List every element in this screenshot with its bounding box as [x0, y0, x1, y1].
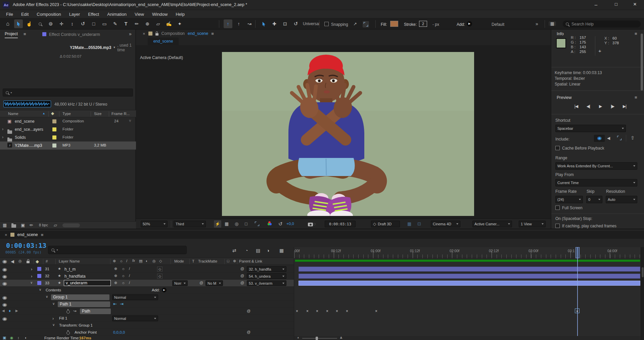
composition-subtab[interactable]: end_scene [148, 38, 179, 45]
fill-swatch[interactable] [390, 21, 398, 27]
layer-name-edit-box[interactable]: v_underarm [64, 280, 111, 286]
project-row-end-scene[interactable]: ▣ end_scene Composition 24 ⑂ [0, 117, 136, 125]
mask-visibility-icon[interactable]: ◎ [235, 222, 238, 226]
layer-row-32[interactable]: ◉ › 32 ★ h_handflata ⊕ ☼ / ◇ @ 54. h_und… [0, 273, 294, 280]
keyframe-marker[interactable]: × [346, 309, 348, 313]
panel-overflow-icon[interactable]: » [129, 32, 132, 36]
orbit-camera-tool[interactable]: ⊚ [46, 19, 55, 28]
timeline-zoom-slider[interactable] [302, 338, 337, 339]
number-column-label[interactable]: # [46, 259, 48, 263]
footer-expand-icon[interactable]: ▣ [3, 336, 6, 340]
info-panel-menu-icon[interactable]: ≡ [635, 32, 637, 36]
view-dropdown[interactable]: Active Camer... [472, 221, 512, 227]
zoom-tool[interactable] [36, 19, 44, 28]
tab-effect-controls[interactable]: Effect Controls v_underarm [49, 32, 100, 37]
workspace-switcher-icon[interactable]: ▦ [549, 21, 556, 26]
layer-name[interactable]: h_handflata [64, 274, 86, 279]
layer-label-color[interactable] [37, 274, 41, 278]
column-name[interactable]: Name [8, 112, 18, 116]
collapse-path-group-icon[interactable]: ∨ [52, 302, 55, 305]
keyframe-in-interpolation-icon[interactable]: ⇤ [113, 302, 117, 306]
hand-tool[interactable]: ☝ [25, 19, 34, 28]
collapse-transform-icon[interactable]: ∨ [52, 323, 55, 327]
footer-av-icon[interactable]: ↕ [17, 336, 19, 340]
workspace-overflow-icon[interactable]: » [536, 21, 538, 26]
selected-keyframe[interactable]: × [575, 308, 580, 313]
keyframe-marker[interactable]: × [336, 309, 338, 313]
close-panel-icon[interactable]: × [143, 32, 145, 36]
playhead-head[interactable] [576, 247, 580, 258]
parent-pickwhip-icon[interactable]: @ [240, 281, 244, 285]
snap-marquee-icon[interactable] [363, 21, 369, 27]
parent-dropdown[interactable]: 54. h_undera [247, 273, 286, 279]
frame-blending-toggle-icon[interactable]: ▤ [256, 248, 260, 253]
audio-column-speaker-icon[interactable]: ◀ [11, 259, 14, 264]
play-button[interactable]: ▶ [596, 104, 605, 109]
expand-fill-icon[interactable]: › [52, 316, 54, 321]
path-property-row[interactable]: ◀ ♦ ▶ ↝ Path @ [0, 308, 294, 315]
dolly-camera-tool[interactable]: ↕ [68, 19, 77, 28]
pan-camera-tool[interactable]: ✛ [57, 19, 66, 28]
crop-region-icon[interactable] [255, 222, 259, 226]
stroke-label[interactable]: Stroke: [404, 22, 417, 27]
layer-pin-icon[interactable]: ⊕ [114, 267, 117, 271]
new-folder-icon[interactable] [11, 224, 16, 228]
tab-project[interactable]: Project [5, 32, 18, 38]
clone-stamp-tool[interactable]: ⊕ [143, 19, 152, 28]
layer-sun-icon[interactable]: ☼ [122, 281, 125, 285]
type-tool[interactable]: T [122, 19, 130, 28]
composition-viewer[interactable]: Active Camera (Default) [136, 45, 551, 219]
stroke-width-unit[interactable]: - px [432, 22, 439, 27]
timeline-right-strip[interactable] [641, 247, 644, 340]
timeline-search-caret-icon[interactable]: ▼ [56, 249, 58, 251]
fill-label[interactable]: Fill: [381, 22, 387, 27]
shy-toggle-icon[interactable]: ◔ [245, 248, 248, 253]
delete-item-icon[interactable]: ▱ [54, 223, 57, 227]
timeline-menu-icon[interactable]: ≡ [41, 233, 44, 237]
layer-3d-toggle-icon[interactable]: ◇ [157, 274, 163, 279]
world-axis-mode[interactable]: ↑ [234, 19, 243, 28]
renderer-dropdown[interactable]: Cinema 4D [431, 221, 460, 227]
collapse-contents-icon[interactable]: ∨ [39, 288, 41, 291]
group-eye-icon[interactable]: ◉ [2, 295, 7, 300]
channel-icon[interactable] [268, 221, 273, 227]
snap-along-edges-icon[interactable]: ↗ [353, 22, 357, 26]
collapse-group-icon[interactable]: ∨ [46, 295, 48, 298]
parent-pickwhip-icon[interactable]: @ [240, 274, 244, 278]
selected-file-name[interactable]: Y2Mate....055206.mp3 [70, 45, 111, 50]
keyframe-marker[interactable]: × [375, 309, 377, 313]
resolution-dropdown[interactable]: Third [174, 221, 206, 227]
frame-rate-dropdown[interactable]: (24) [555, 196, 583, 203]
include-audio-muted-icon[interactable]: ◀ [607, 136, 610, 140]
lock-icon[interactable] [155, 33, 158, 36]
puppet-pin-tool[interactable]: ✦ [175, 19, 184, 28]
stroke-swatch[interactable]: 2 [419, 21, 427, 27]
magnification-dropdown[interactable]: 50% [141, 221, 168, 227]
path-group-name[interactable]: Path 1 [58, 301, 110, 307]
gizmo-rotate-tool[interactable]: ↺ [291, 19, 300, 28]
include-overlays-icon[interactable] [617, 136, 622, 140]
project-row-mp3[interactable]: ♪ Y2Mate.....mp3 MP3 3,2 MB [0, 141, 136, 150]
fill-name[interactable]: Fill 1 [59, 316, 67, 320]
exposure-value[interactable]: +0,0 [286, 222, 294, 226]
expand-layer-icon[interactable]: › [31, 274, 32, 278]
menu-composition[interactable]: Composition [33, 12, 65, 17]
keyframe-toggle-icon[interactable]: ♦ [9, 309, 11, 313]
keyframe-out-interpolation-icon[interactable]: ⇥ [120, 302, 124, 306]
composition-mini-flowchart-icon[interactable]: ⇄ [232, 248, 236, 253]
maximize-button[interactable]: □ [608, 2, 624, 6]
next-keyframe-icon[interactable]: ▶ [15, 309, 18, 313]
layer-quality-icon[interactable]: / [129, 281, 130, 285]
search-scope-caret-icon[interactable]: ▼ [10, 92, 12, 94]
region-of-interest-icon[interactable]: □ [245, 222, 247, 226]
layer-bar-33-selected[interactable] [298, 281, 640, 286]
zoom-out-mountain-icon[interactable]: ▲ [297, 336, 300, 339]
previous-frame-button[interactable]: ◀| [584, 104, 593, 109]
video-column-eye-icon[interactable]: ◉ [2, 259, 7, 264]
draft-3d-button[interactable]: ◇ Draft 3D [371, 221, 400, 227]
cache-before-playback-checkbox[interactable] [555, 146, 560, 150]
parent-dropdown[interactable]: 53. v_överarm [247, 280, 286, 286]
menu-animation[interactable]: Animation [103, 12, 131, 17]
info-panel-title[interactable]: Info [557, 32, 564, 36]
close-timeline-icon[interactable]: × [5, 233, 7, 237]
